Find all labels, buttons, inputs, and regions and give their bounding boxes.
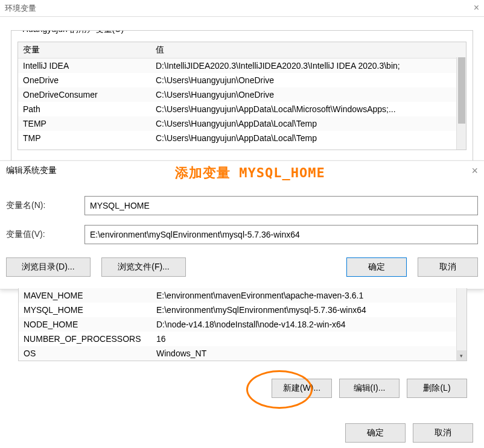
cell-val: C:\Users\Huangyujun\OneDrive [151, 87, 466, 102]
cell-var: OS [19, 346, 151, 361]
var-name-label: 变量名(N): [6, 200, 84, 211]
table-row[interactable]: OS Windows_NT [19, 346, 466, 361]
close-icon[interactable]: × [474, 2, 479, 13]
table-header: 变量 值 [18, 42, 466, 58]
var-name-input[interactable] [84, 196, 478, 215]
cell-var: TMP [18, 131, 151, 145]
cell-val: 16 [151, 332, 466, 346]
cell-var: OneDriveConsumer [18, 87, 151, 102]
cancel-button[interactable]: 取消 [418, 257, 478, 277]
cell-var: Path [18, 102, 151, 116]
col-header-value[interactable]: 值 [151, 42, 466, 58]
col-header-variable[interactable]: 变量 [18, 42, 151, 58]
table-row[interactable]: MAVEN_HOME E:\environment\mavenEvironmen… [19, 288, 466, 303]
user-vars-body: IntelliJ IDEA D:\IntelliJIDEA2020.3\Inte… [18, 58, 466, 145]
outer-ok-button[interactable]: 确定 [345, 423, 406, 443]
table-row[interactable]: OneDrive C:\Users\Huangyujun\OneDrive [18, 73, 466, 87]
delete-button[interactable]: 删除(L) [407, 379, 467, 398]
table-row[interactable]: NUMBER_OF_PROCESSORS 16 [19, 332, 466, 346]
var-value-label: 变量值(V): [6, 229, 84, 240]
annotation-text: 添加变量 MYSQL_HOME [175, 164, 325, 182]
cell-var: NUMBER_OF_PROCESSORS [19, 332, 151, 346]
var-value-input[interactable] [84, 225, 478, 244]
cell-val: C:\Users\Huangyujun\OneDrive [151, 73, 466, 87]
cell-val: D:\IntelliJIDEA2020.3\IntelliJIDEA2020.3… [151, 58, 466, 73]
scrollbar[interactable] [456, 57, 466, 150]
cell-var: IntelliJ IDEA [18, 58, 151, 73]
new-button[interactable]: 新建(W)... [272, 379, 332, 398]
cell-var: TEMP [18, 116, 151, 131]
cell-val: E:\environment\mavenEvironment\apache-ma… [151, 288, 466, 303]
back-title-bar: 环境变量 × [0, 0, 484, 17]
user-vars-group-title: Huangyujun 的用户变量(U) [19, 30, 127, 35]
cell-val: Windows_NT [151, 346, 466, 361]
back-window-title: 环境变量 [5, 3, 36, 14]
user-vars-table[interactable]: 变量 值 IntelliJ IDEA D:\IntelliJIDEA2020.3… [18, 42, 466, 150]
edit-button[interactable]: 编辑(I)... [339, 379, 400, 398]
scroll-thumb[interactable] [458, 57, 465, 124]
table-row[interactable]: TMP C:\Users\Huangyujun\AppData\Local\Te… [18, 131, 466, 145]
scrollbar[interactable]: ▾ [456, 288, 466, 361]
cell-var: NODE_HOME [19, 317, 151, 332]
edit-dialog-title: 编辑系统变量 [6, 165, 57, 176]
cell-val: D:\node-v14.18\nodeInstall\node-v14.18.2… [151, 317, 466, 332]
outer-cancel-button[interactable]: 取消 [413, 423, 473, 443]
table-row[interactable]: MYSQL_HOME E:\environment\mySqlEnvironme… [19, 303, 466, 317]
browse-file-button[interactable]: 浏览文件(F)... [101, 257, 186, 277]
cell-val: C:\Users\Huangyujun\AppData\Local\Micros… [151, 102, 466, 116]
user-vars-group: Huangyujun 的用户变量(U) 变量 值 IntelliJ IDEA D… [11, 30, 473, 163]
cell-val: E:\environment\mySqlEnvironment\mysql-5.… [151, 303, 466, 317]
table-row[interactable]: OneDriveConsumer C:\Users\Huangyujun\One… [18, 87, 466, 102]
cell-val: C:\Users\Huangyujun\AppData\Local\Temp [151, 116, 466, 131]
close-icon[interactable]: × [471, 165, 478, 177]
table-row[interactable]: IntelliJ IDEA D:\IntelliJIDEA2020.3\Inte… [18, 58, 466, 73]
cell-var: MAVEN_HOME [19, 288, 151, 303]
ok-button[interactable]: 确定 [346, 257, 407, 277]
cell-var: OneDrive [18, 73, 151, 87]
scroll-down-arrow-icon[interactable]: ▾ [456, 350, 466, 361]
system-vars-table[interactable]: MAVEN_HOME E:\environment\mavenEvironmen… [18, 288, 467, 361]
table-row[interactable]: NODE_HOME D:\node-v14.18\nodeInstall\nod… [19, 317, 466, 332]
cell-var: MYSQL_HOME [19, 303, 151, 317]
cell-val: C:\Users\Huangyujun\AppData\Local\Temp [151, 131, 466, 145]
table-row[interactable]: Path C:\Users\Huangyujun\AppData\Local\M… [18, 102, 466, 116]
table-row[interactable]: TEMP C:\Users\Huangyujun\AppData\Local\T… [18, 116, 466, 131]
env-vars-window: 环境变量 × Huangyujun 的用户变量(U) 变量 值 IntelliJ… [0, 0, 484, 169]
browse-dir-button[interactable]: 浏览目录(D)... [6, 257, 91, 277]
